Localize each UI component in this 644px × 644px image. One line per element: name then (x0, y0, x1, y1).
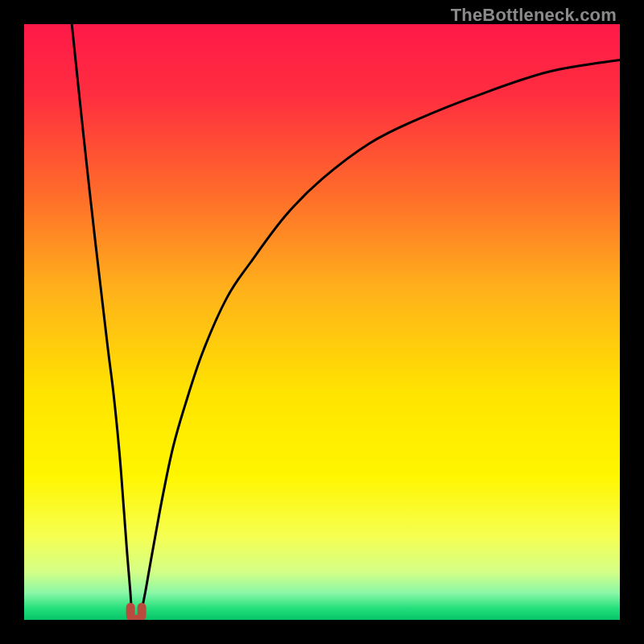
sweet-spot-marker (130, 607, 142, 619)
watermark-text: TheBottleneck.com (451, 5, 617, 26)
curve-left-branch (72, 24, 132, 617)
outer-frame: TheBottleneck.com (0, 0, 644, 644)
curve-layer (24, 24, 620, 620)
plot-area (24, 24, 620, 620)
curve-right-branch (140, 60, 620, 617)
